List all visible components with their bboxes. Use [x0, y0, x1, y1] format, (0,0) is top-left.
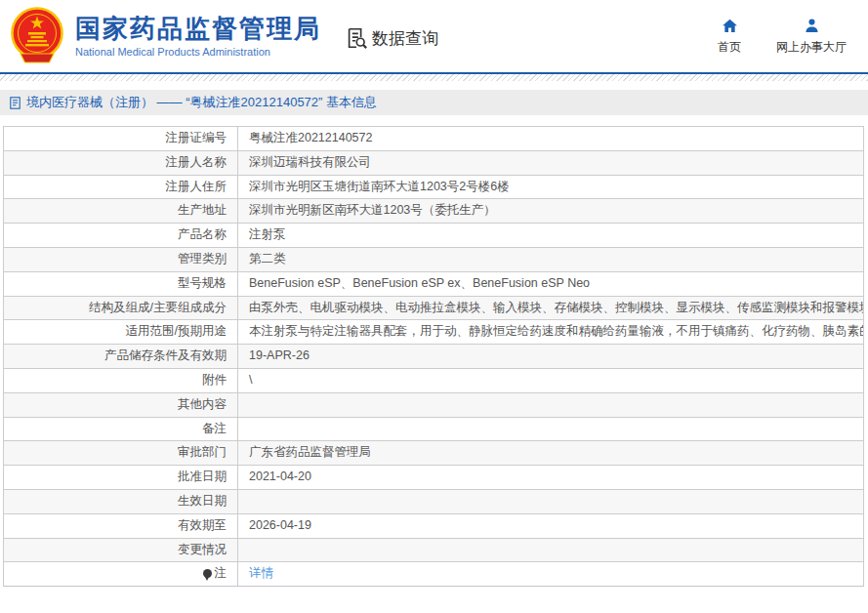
table-row: 注详情: [4, 562, 864, 587]
row-value: 2021-04-20: [238, 466, 864, 490]
table-row: 生效日期: [4, 489, 864, 513]
row-value: [238, 538, 864, 562]
registration-info-table: 注册证编号粤械注准20212140572注册人名称深圳迈瑞科技有限公司注册人住所…: [3, 126, 864, 587]
detail-link[interactable]: 详情: [249, 566, 273, 580]
row-label: 结构及组成/主要组成成分: [4, 296, 238, 320]
row-value: \: [238, 368, 864, 392]
site-title: 国家药品监督管理局: [75, 15, 321, 43]
row-value: 由泵外壳、电机驱动模块、电动推拉盒模块、输入模块、存储模块、控制模块、显示模块、…: [238, 296, 864, 320]
table-row: 型号规格BeneFusion eSP、BeneFusion eSP ex、Ben…: [4, 271, 864, 296]
row-value: 深圳市光明新区南环大道1203号（委托生产）: [238, 199, 864, 224]
header-hatch-band: [0, 74, 868, 81]
note-icon: [203, 569, 212, 578]
row-label: 注册证编号: [4, 127, 238, 151]
row-label: 有效期至: [4, 513, 238, 538]
row-label: 审批部门: [4, 441, 238, 466]
table-row: 适用范围/预期用途本注射泵与特定注输器具配套，用于动、静脉恒定给药速度和精确给药…: [4, 320, 864, 345]
header-nav: 首页 网上办事大厅: [718, 18, 847, 56]
row-value: [238, 392, 864, 417]
table-row: 注册证编号粤械注准20212140572: [4, 127, 864, 151]
table-row: 批准日期2021-04-20: [4, 466, 864, 490]
nav-home[interactable]: 首页: [718, 18, 741, 56]
row-label: 批准日期: [4, 466, 238, 490]
person-icon: [804, 18, 820, 34]
row-label: 注册人名称: [4, 150, 238, 175]
table-row: 其他内容: [4, 392, 864, 417]
row-label: 生效日期: [4, 489, 238, 513]
row-value: 详情: [238, 562, 864, 587]
row-label: 产品名称: [4, 224, 238, 248]
row-label: 注: [4, 562, 238, 587]
table-row: 附件\: [4, 368, 864, 392]
document-icon: [10, 97, 21, 109]
row-label: 其他内容: [4, 392, 238, 417]
table-row: 备注: [4, 417, 864, 441]
row-label: 附件: [4, 368, 238, 392]
nav-online-hall[interactable]: 网上办事大厅: [776, 18, 847, 56]
row-value: 2026-04-19: [238, 513, 864, 538]
table-row: 结构及组成/主要组成成分由泵外壳、电机驱动模块、电动推拉盒模块、输入模块、存储模…: [4, 296, 864, 320]
data-query-icon: [345, 26, 368, 50]
info-table-body: 注册证编号粤械注准20212140572注册人名称深圳迈瑞科技有限公司注册人住所…: [4, 127, 864, 587]
row-label: 管理类别: [4, 247, 238, 271]
row-value: BeneFusion eSP、BeneFusion eSP ex、BeneFus…: [238, 271, 864, 296]
row-value: 粤械注准20212140572: [238, 127, 864, 151]
table-row: 生产地址深圳市光明新区南环大道1203号（委托生产）: [4, 199, 864, 224]
row-label: 生产地址: [4, 199, 238, 224]
table-row: 注册人名称深圳迈瑞科技有限公司: [4, 150, 864, 175]
table-row: 注册人住所深圳市光明区玉塘街道南环大道1203号2号楼6楼: [4, 175, 864, 199]
table-row: 审批部门广东省药品监督管理局: [4, 441, 864, 466]
data-query-section[interactable]: 数据查询: [345, 26, 438, 50]
row-label: 适用范围/预期用途: [4, 320, 238, 345]
row-value: [238, 417, 864, 441]
row-value: 19-APR-26: [238, 345, 864, 369]
table-row: 管理类别第二类: [4, 247, 864, 271]
row-value: [238, 489, 864, 513]
row-label: 备注: [4, 417, 238, 441]
row-value: 深圳市光明区玉塘街道南环大道1203号2号楼6楼: [238, 175, 864, 199]
row-value: 本注射泵与特定注输器具配套，用于动、静脉恒定给药速度和精确给药量输液，不用于镇痛…: [238, 320, 864, 345]
nav-online-hall-label: 网上办事大厅: [776, 39, 847, 56]
nav-home-label: 首页: [718, 39, 741, 56]
page-header: 国家药品监督管理局 National Medical Products Admi…: [0, 0, 868, 72]
row-label: 型号规格: [4, 271, 238, 296]
data-query-label: 数据查询: [372, 27, 438, 50]
row-label: 变更情况: [4, 538, 238, 562]
row-value: 注射泵: [238, 224, 864, 248]
row-label: 注册人住所: [4, 175, 238, 199]
table-row: 产品储存条件及有效期19-APR-26: [4, 345, 864, 369]
row-value: 深圳迈瑞科技有限公司: [238, 150, 864, 175]
breadcrumb: 境内医疗器械（注册） —— “粤械注准20212140572” 基本信息: [0, 90, 868, 115]
table-row: 产品名称注射泵: [4, 224, 864, 248]
table-row: 变更情况: [4, 538, 864, 562]
brand-block: 国家药品监督管理局 National Medical Products Admi…: [75, 15, 321, 58]
site-subtitle: National Medical Products Administration: [75, 46, 321, 58]
breadcrumb-text: 境内医疗器械（注册） —— “粤械注准20212140572” 基本信息: [26, 94, 377, 111]
national-emblem-logo: [8, 6, 66, 66]
row-value: 广东省药品监督管理局: [238, 441, 864, 466]
table-row: 有效期至2026-04-19: [4, 513, 864, 538]
row-value: 第二类: [238, 247, 864, 271]
home-icon: [722, 18, 738, 34]
row-label: 产品储存条件及有效期: [4, 345, 238, 369]
